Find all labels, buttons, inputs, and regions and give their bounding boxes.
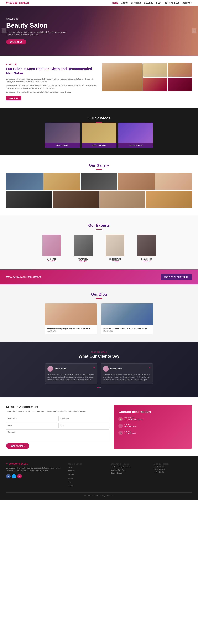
blog-date-2: May 30, 2020 [103, 330, 151, 332]
footer-touch-email: info@salon.com [154, 468, 192, 470]
gallery-img-1 [6, 173, 43, 190]
footer-scissors-icon: ✂ [6, 463, 9, 465]
brand-name: SCISSORS SALON [9, 2, 29, 4]
message-input[interactable] [6, 430, 109, 441]
blog-grid: Praesent consequat justo ut sollicitudin… [45, 304, 153, 334]
hero-content: Welcome To Beauty Salon Lorem ipsum dolo… [6, 17, 68, 44]
footer-touch-col: Get In Touch 123 Street, City info@salon… [154, 463, 192, 488]
first-name-input[interactable] [6, 416, 57, 421]
nav-testimonials[interactable]: TESTIMONIALS [165, 2, 180, 4]
dot-1[interactable] [97, 387, 99, 388]
hero-bg [79, 6, 198, 56]
expert-photo-4 [137, 234, 156, 256]
footer-hours-title: Opening Hours [111, 463, 149, 466]
appointment-form: Make an Appointment Donec volutpat liber… [6, 405, 109, 449]
footer-description: Lorem ipsum dolor sit amet, consectetur … [6, 467, 63, 472]
nav-gallery[interactable]: GALLERY [144, 2, 153, 4]
facebook-button[interactable]: f [6, 474, 10, 478]
email-label: E-MAIL [124, 424, 137, 426]
gallery-title: Our Gallery [89, 163, 109, 168]
footer-hours-saturday: Saturday: 9am - 6pm [111, 468, 149, 472]
expert-card-3: Christie Pratt Hair Expert [100, 234, 129, 262]
cta-appointment-button[interactable]: BOOK AN APPOINTMENT [161, 274, 192, 280]
experts-title-wrap: Our Experts [6, 223, 192, 230]
cta-text: Donec egestas auctor arcu tincidunt. [6, 276, 41, 278]
nav-services[interactable]: SERVICES [131, 2, 141, 4]
service-image-1 [45, 122, 80, 143]
nav-blog[interactable]: BLOG [156, 2, 162, 4]
testimonial-avatar-1 [47, 366, 53, 372]
footer-hours-col: Opening Hours Monday - Friday: 9am - 8pm… [111, 463, 149, 488]
service-card-2: Perfect Hairstyles [82, 122, 116, 148]
footer-link-gallery[interactable]: Gallery [68, 476, 106, 480]
hero-next-button[interactable]: › [192, 28, 197, 33]
last-name-input[interactable] [58, 416, 109, 421]
about-image-2 [143, 63, 167, 77]
footer: ✂ SCISSORS SALON Lorem ipsum dolor sit a… [0, 456, 198, 500]
footer-link-contact[interactable]: Contact [68, 484, 106, 487]
email-icon: ✉ [118, 424, 123, 428]
about-section: ABOUT US Our Salon is Most Popular, Clea… [0, 56, 198, 108]
blog-content-2: Praesent consequat justo ut sollicitudin… [101, 325, 153, 334]
testimonial-avatar-2 [103, 366, 109, 372]
nav-contact[interactable]: CONTACT [183, 2, 192, 4]
service-label-1: HairCut Styles [45, 143, 80, 148]
about-image-4 [143, 78, 167, 91]
service-label-2: Perfect Hairstyles [82, 143, 116, 148]
contact-phone: 📞 PHONE +1 234 567 890 [118, 430, 187, 435]
blog-image-1 [45, 304, 97, 325]
quote-icon-1: " [93, 366, 95, 371]
blog-title-1: Praesent consequat justo ut sollicitudin… [47, 327, 95, 330]
about-para2: Suspendisse potenti dolor ex et purus pe… [6, 84, 96, 90]
nav-links: HOME ABOUT SERVICES GALLERY BLOG TESTIMO… [112, 2, 192, 4]
expert-photo-2 [74, 234, 93, 256]
about-read-more-button[interactable]: READ MORE [6, 96, 21, 100]
gallery-img-3 [81, 173, 117, 190]
services-title-wrap: Our Services [6, 116, 192, 122]
testimonials-grid: Wanda Bates " Lorem ipsum dolor sit amet… [45, 363, 153, 384]
phone-input[interactable] [58, 422, 109, 428]
gallery-img-5 [155, 173, 192, 190]
blog-content-1: Praesent consequat justo ut sollicitudin… [45, 325, 97, 334]
expert-card-1: Jill Cortez Hair Expert [37, 234, 66, 262]
instagram-button[interactable]: in [17, 474, 22, 478]
email-input[interactable] [6, 422, 57, 428]
about-para1: Lorem ipsum dolor sit amet, consectetur … [6, 78, 96, 83]
footer-link-services[interactable]: Services [68, 473, 106, 476]
service-image-2 [82, 122, 116, 143]
footer-link-about[interactable]: About Us [68, 469, 106, 472]
testimonial-header-2: Wanda Bates " [103, 366, 151, 372]
appointment-description: Donec volutpat libero eget metus ferment… [6, 410, 109, 413]
footer-links-list: Home About Us Services Gallery Blog Cont… [68, 466, 106, 487]
about-label: ABOUT US [6, 63, 96, 65]
footer-hours-content: Monday - Friday: 9am - 8pm Saturday: 9am… [111, 466, 149, 475]
expert-photo-1 [42, 234, 61, 256]
contact-info-title: Contact Information [118, 410, 187, 414]
testimonial-name-2: Wanda Bates [110, 368, 122, 370]
hero-title: Beauty Salon [6, 22, 68, 29]
footer-link-home[interactable]: Home [68, 466, 106, 468]
nav-about[interactable]: ABOUT [121, 2, 128, 4]
testimonial-card-2: Wanda Bates " Lorem ipsum dolor sit amet… [100, 363, 153, 384]
dot-2[interactable] [99, 387, 101, 388]
about-text: ABOUT US Our Salon is Most Popular, Clea… [6, 63, 96, 100]
blog-title-2: Praesent consequat justo ut sollicitudin… [103, 327, 151, 330]
office-value: 123 Street, City, Country [124, 418, 143, 420]
blog-date-1: May 30, 2020 [47, 330, 95, 332]
about-image-5 [168, 78, 192, 91]
about-col1 [102, 63, 143, 91]
hero-welcome: Welcome To [6, 17, 68, 20]
testimonial-dots [6, 387, 192, 388]
service-card-3: Change Coloring [118, 122, 153, 148]
twitter-button[interactable]: t [12, 474, 16, 478]
submit-button[interactable]: SEND MESSAGE [6, 443, 29, 449]
hero-prev-button[interactable]: ‹ [1, 28, 6, 33]
hero-contact-button[interactable]: CONTACT US [6, 40, 26, 44]
expert-role-3: Hair Expert [100, 260, 129, 262]
about-images [102, 63, 192, 91]
testimonials-sub-label: TESTIMONIALS [6, 351, 192, 353]
form-contact-row [6, 422, 109, 428]
expert-role-4: Hair Expert [132, 260, 161, 262]
footer-link-blog[interactable]: Blog [68, 480, 106, 483]
nav-home[interactable]: HOME [112, 2, 118, 4]
